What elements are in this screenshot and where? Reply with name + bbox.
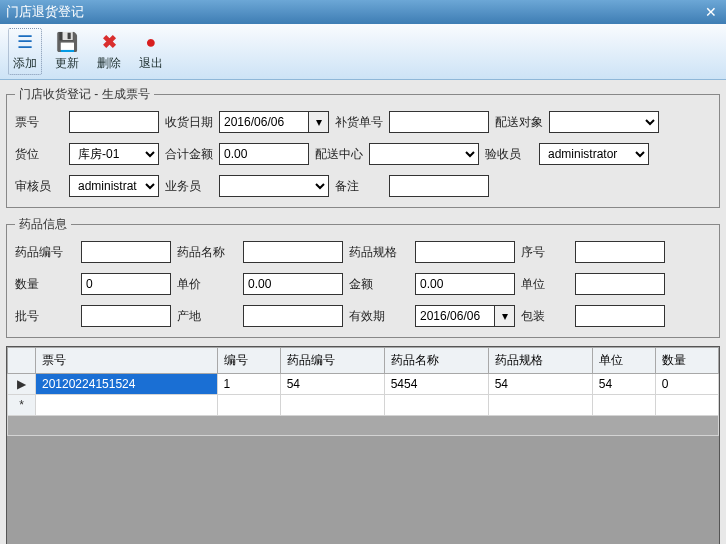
cell-drug-spec[interactable]: 54: [488, 374, 592, 395]
toolbar: ☰ 添加 💾 更新 ✖ 删除 ● 退出: [0, 24, 726, 80]
replenish-no-label: 补货单号: [335, 114, 383, 131]
title-bar: 门店退货登记 ✕: [0, 0, 726, 24]
package-input[interactable]: [575, 305, 665, 327]
location-select[interactable]: 库房-01: [69, 143, 159, 165]
amount-label: 金额: [349, 276, 409, 293]
table-new-row[interactable]: *: [8, 395, 719, 416]
ticket-no-label: 票号: [15, 114, 63, 131]
ticket-no-input[interactable]: [69, 111, 159, 133]
inspector-select[interactable]: administrator: [539, 143, 649, 165]
expiry-input[interactable]: [415, 305, 495, 327]
cell-unit[interactable]: 54: [592, 374, 655, 395]
cell-qty[interactable]: 0: [655, 374, 718, 395]
data-grid[interactable]: 票号 编号 药品编号 药品名称 药品规格 单位 数量 ▶ 20120224151…: [6, 346, 720, 544]
delete-label: 删除: [97, 55, 121, 72]
distribution-center-label: 配送中心: [315, 146, 363, 163]
delete-button[interactable]: ✖ 删除: [92, 28, 126, 75]
delivery-target-select[interactable]: [549, 111, 659, 133]
row-header-blank: [8, 348, 36, 374]
batch-input[interactable]: [81, 305, 171, 327]
row-indicator-current-icon: ▶: [8, 374, 36, 395]
salesman-select[interactable]: [219, 175, 329, 197]
qty-input[interactable]: [81, 273, 171, 295]
receive-date-label: 收货日期: [165, 114, 213, 131]
batch-label: 批号: [15, 308, 75, 325]
seq-label: 序号: [521, 244, 569, 261]
amount-input[interactable]: [415, 273, 515, 295]
qty-label: 数量: [15, 276, 75, 293]
col-unit[interactable]: 单位: [592, 348, 655, 374]
refresh-label: 更新: [55, 55, 79, 72]
remark-input[interactable]: [389, 175, 489, 197]
drug-code-input[interactable]: [81, 241, 171, 263]
exit-label: 退出: [139, 55, 163, 72]
location-label: 货位: [15, 146, 63, 163]
col-drug-code[interactable]: 药品编号: [280, 348, 384, 374]
add-icon: ☰: [14, 31, 36, 53]
refresh-button[interactable]: 💾 更新: [50, 28, 84, 75]
price-input[interactable]: [243, 273, 343, 295]
table-row[interactable]: ▶ 20120224151524 1 54 5454 54 54 0: [8, 374, 719, 395]
drug-code-label: 药品编号: [15, 244, 75, 261]
grid-empty-area: [8, 416, 719, 436]
auditor-label: 审核员: [15, 178, 63, 195]
receipt-legend: 门店收货登记 - 生成票号: [15, 86, 154, 103]
cell-drug-name[interactable]: 5454: [384, 374, 488, 395]
drug-info-group: 药品信息 药品编号 药品名称 药品规格 序号 数量 单价 金额 单位 批号 产地…: [6, 216, 720, 338]
origin-label: 产地: [177, 308, 237, 325]
grid-header-row: 票号 编号 药品编号 药品名称 药品规格 单位 数量: [8, 348, 719, 374]
refresh-icon: 💾: [56, 31, 78, 53]
total-amount-input[interactable]: [219, 143, 309, 165]
auditor-select[interactable]: administrat: [69, 175, 159, 197]
col-ticket[interactable]: 票号: [36, 348, 218, 374]
receive-date-input[interactable]: [219, 111, 309, 133]
drug-name-label: 药品名称: [177, 244, 237, 261]
drug-info-legend: 药品信息: [15, 216, 71, 233]
drug-name-input[interactable]: [243, 241, 343, 263]
origin-input[interactable]: [243, 305, 343, 327]
cell-ticket[interactable]: 20120224151524: [36, 374, 218, 395]
inspector-label: 验收员: [485, 146, 533, 163]
content-area: 门店收货登记 - 生成票号 票号 收货日期 ▾ 补货单号 配送对象 货位 库房-…: [0, 80, 726, 544]
cell-drug-code[interactable]: 54: [280, 374, 384, 395]
delete-icon: ✖: [98, 31, 120, 53]
delivery-target-label: 配送对象: [495, 114, 543, 131]
window-title: 门店退货登记: [6, 3, 84, 21]
receipt-group: 门店收货登记 - 生成票号 票号 收货日期 ▾ 补货单号 配送对象 货位 库房-…: [6, 86, 720, 208]
col-qty[interactable]: 数量: [655, 348, 718, 374]
exit-button[interactable]: ● 退出: [134, 28, 168, 75]
row-indicator-new-icon: *: [8, 395, 36, 416]
expiry-date-picker-icon[interactable]: ▾: [495, 305, 515, 327]
close-icon[interactable]: ✕: [702, 3, 720, 21]
expiry-label: 有效期: [349, 308, 409, 325]
add-button[interactable]: ☰ 添加: [8, 28, 42, 75]
distribution-center-select[interactable]: [369, 143, 479, 165]
salesman-label: 业务员: [165, 178, 213, 195]
add-label: 添加: [13, 55, 37, 72]
exit-icon: ●: [140, 31, 162, 53]
unit-label: 单位: [521, 276, 569, 293]
col-code[interactable]: 编号: [217, 348, 280, 374]
col-drug-name[interactable]: 药品名称: [384, 348, 488, 374]
col-drug-spec[interactable]: 药品规格: [488, 348, 592, 374]
drug-spec-input[interactable]: [415, 241, 515, 263]
total-amount-label: 合计金额: [165, 146, 213, 163]
unit-input[interactable]: [575, 273, 665, 295]
drug-spec-label: 药品规格: [349, 244, 409, 261]
remark-label: 备注: [335, 178, 383, 195]
cell-code[interactable]: 1: [217, 374, 280, 395]
seq-input[interactable]: [575, 241, 665, 263]
price-label: 单价: [177, 276, 237, 293]
date-picker-icon[interactable]: ▾: [309, 111, 329, 133]
package-label: 包装: [521, 308, 569, 325]
replenish-no-input[interactable]: [389, 111, 489, 133]
